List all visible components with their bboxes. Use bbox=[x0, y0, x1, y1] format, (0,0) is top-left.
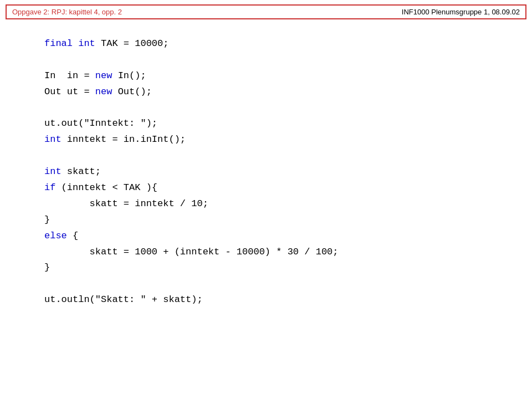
code-line-3: Out ut = new Out(); bbox=[44, 84, 488, 100]
code-line-6: int skatt; bbox=[44, 164, 488, 180]
code-line-13: ut.outln("Skatt: " + skatt); bbox=[44, 292, 488, 308]
header-right-label: INF1000 Plenumsgruppe 1, 08.09.02 bbox=[402, 8, 520, 16]
header-bar: Oppgave 2: RPJ: kapittel 4, opp. 2 INF10… bbox=[6, 4, 526, 19]
code-line-9: } bbox=[44, 212, 488, 228]
blank-2 bbox=[44, 100, 488, 116]
code-line-4: ut.out("Inntekt: "); bbox=[44, 116, 488, 132]
code-line-7: if (inntekt < TAK ){ bbox=[44, 180, 488, 196]
code-line-1: final int TAK = 10000; bbox=[44, 36, 488, 52]
code-line-5: int inntekt = in.inInt(); bbox=[44, 132, 488, 148]
code-line-12: } bbox=[44, 260, 488, 276]
code-line-8: skatt = inntekt / 10; bbox=[44, 196, 488, 212]
header-left-label: Oppgave 2: RPJ: kapittel 4, opp. 2 bbox=[12, 8, 122, 16]
code-line-10: else { bbox=[44, 228, 488, 244]
code-area: final int TAK = 10000; In in = new In();… bbox=[0, 19, 532, 399]
blank-3 bbox=[44, 148, 488, 164]
code-line-11: skatt = 1000 + (inntekt - 10000) * 30 / … bbox=[44, 244, 488, 260]
page-container: Oppgave 2: RPJ: kapittel 4, opp. 2 INF10… bbox=[0, 0, 532, 399]
code-line-2: In in = new In(); bbox=[44, 68, 488, 84]
blank-4 bbox=[44, 276, 488, 292]
blank-1 bbox=[44, 52, 488, 68]
